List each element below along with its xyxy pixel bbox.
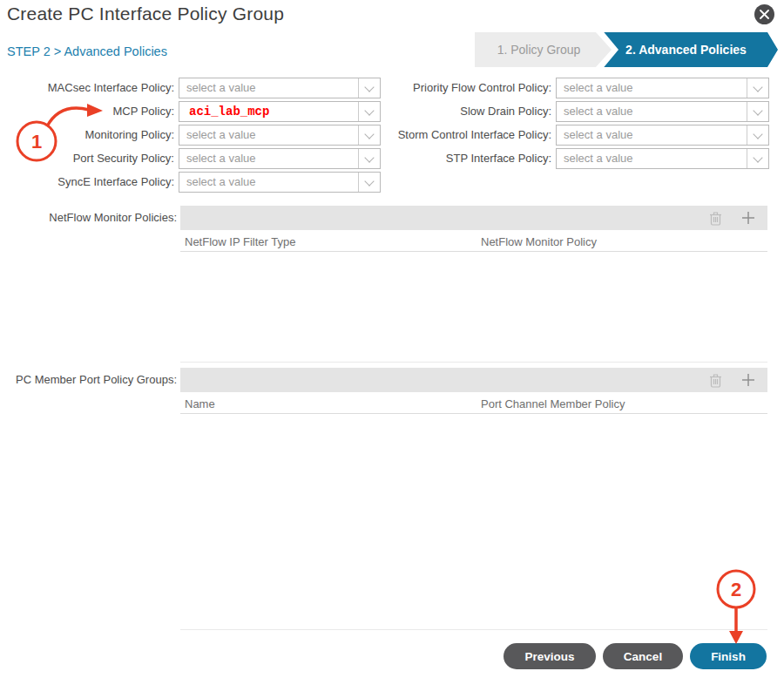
tab-label: 1. Policy Group [497, 43, 581, 57]
mcp-policy-label: MCP Policy: [0, 101, 174, 122]
select-placeholder: select a value [564, 102, 633, 121]
divider [180, 413, 767, 414]
netflow-col-filter-type: NetFlow IP Filter Type [185, 234, 295, 250]
slow-drain-policy-select[interactable]: select a value [556, 101, 769, 122]
cancel-button[interactable]: Cancel [603, 643, 683, 669]
select-placeholder: select a value [564, 149, 633, 168]
plus-icon[interactable] [740, 209, 757, 227]
finish-button[interactable]: Finish [690, 643, 767, 669]
pc-member-table-label: PC Member Port Policy Groups: [0, 370, 177, 390]
select-placeholder: select a value [186, 173, 256, 192]
synce-policy-label: SyncE Interface Policy: [0, 172, 174, 193]
chevron-down-icon [747, 125, 768, 145]
slow-drain-policy-label: Slow Drain Policy: [340, 101, 551, 122]
synce-policy-select[interactable]: select a value [179, 172, 381, 193]
chevron-down-icon [747, 78, 768, 98]
select-placeholder: select a value [186, 125, 256, 145]
storm-control-policy-label: Storm Control Interface Policy: [340, 125, 551, 146]
select-placeholder: select a value [186, 78, 256, 98]
step-breadcrumb: STEP 2 > Advanced Policies [7, 44, 167, 58]
callout-2-arrowhead [729, 631, 743, 644]
select-placeholder: select a value [564, 78, 633, 98]
netflow-table-label: NetFlow Monitor Policies: [0, 208, 177, 227]
pc-member-col-name: Name [185, 397, 215, 412]
pfc-policy-select[interactable]: select a value [556, 78, 769, 98]
tab-label: 2. Advanced Policies [625, 43, 747, 57]
netflow-col-monitor-policy: NetFlow Monitor Policy [481, 234, 597, 250]
macsec-policy-label: MACsec Interface Policy: [0, 78, 174, 98]
chevron-down-icon [358, 173, 380, 192]
pfc-policy-label: Priority Flow Control Policy: [340, 78, 551, 98]
plus-icon[interactable] [740, 371, 757, 389]
tab-policy-group[interactable]: 1. Policy Group [475, 32, 612, 67]
footer-divider [180, 629, 767, 630]
trash-icon[interactable] [706, 209, 724, 227]
callout-2-number: 2 [731, 579, 741, 600]
previous-button[interactable]: Previous [504, 643, 596, 669]
trash-icon[interactable] [706, 371, 724, 389]
netflow-table-toolbar [180, 206, 767, 230]
storm-control-policy-select[interactable]: select a value [556, 125, 769, 146]
divider [180, 362, 767, 363]
chevron-down-icon [747, 102, 768, 121]
stp-policy-label: STP Interface Policy: [340, 148, 551, 169]
select-placeholder: select a value [564, 125, 633, 145]
stp-policy-select[interactable]: select a value [556, 148, 769, 169]
close-icon [760, 10, 769, 19]
selected-value: aci_lab_mcp [189, 102, 269, 121]
close-button[interactable] [754, 4, 774, 24]
callout-2-circle [718, 571, 754, 607]
pc-member-table-toolbar [180, 368, 767, 392]
create-pc-interface-policy-group-dialog: Create PC Interface Policy Group STEP 2 … [0, 0, 784, 678]
pc-member-col-policy: Port Channel Member Policy [481, 397, 625, 412]
select-placeholder: select a value [186, 149, 256, 168]
monitoring-policy-label: Monitoring Policy: [0, 125, 174, 146]
dialog-title: Create PC Interface Policy Group [7, 3, 284, 24]
port-security-policy-label: Port Security Policy: [0, 148, 174, 169]
chevron-down-icon [747, 149, 768, 168]
divider [180, 251, 767, 252]
